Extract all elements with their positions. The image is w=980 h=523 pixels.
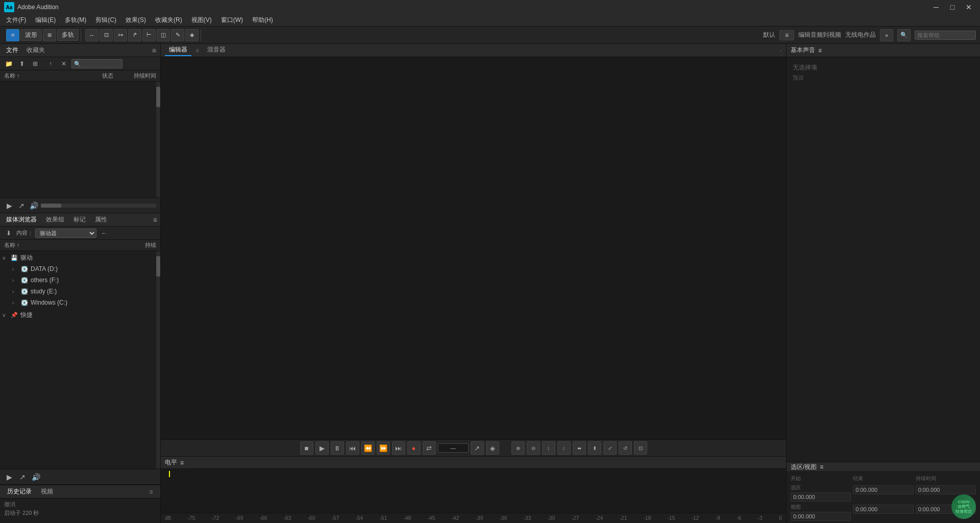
skip-to-end-button[interactable]: ⏭ (392, 441, 405, 455)
multitrack-label[interactable]: 多轨 (57, 29, 79, 41)
minimize-button[interactable]: ─ (929, 2, 943, 12)
scale-45: -45 (428, 515, 435, 521)
stop-button[interactable]: ■ (300, 441, 313, 455)
menu-item-F[interactable]: 文件(F) (2, 15, 30, 26)
essential-sound-menu-icon[interactable]: ≡ (818, 47, 822, 54)
workspace-menu-button[interactable]: ≡ (779, 30, 794, 40)
media-tree: ∨ 💾 驱动 › 💽 DATA (D:) › 💽 (0, 251, 160, 321)
menu-item-R[interactable]: 收藏夹(R) (151, 15, 186, 26)
tool-btn-2[interactable]: ⊡ (100, 29, 113, 41)
new-folder-btn[interactable]: 📁 (3, 59, 14, 69)
level-menu-icon[interactable]: ≡ (180, 459, 184, 466)
history-tab[interactable]: 历史记录 (4, 486, 35, 497)
zoom-in-v-btn[interactable]: ↕ (542, 441, 555, 455)
maximize-button[interactable]: □ (945, 2, 960, 12)
history-menu-btn[interactable]: ≡ (146, 487, 156, 496)
scale-75: -75 (188, 515, 195, 521)
rewind-to-start-button[interactable]: ⏮ (346, 441, 359, 455)
scale-42: -42 (452, 515, 459, 521)
waveform-label[interactable]: 波形 (20, 29, 42, 41)
editor-tab[interactable]: 编辑器 (165, 44, 191, 56)
menu-item-M[interactable]: 多轨(M) (61, 15, 90, 26)
selection-menu-icon[interactable]: ≡ (820, 463, 823, 470)
close-button[interactable]: ✕ (962, 2, 976, 12)
files-volume-btn[interactable]: 🔊 (29, 201, 39, 211)
drive-others-item[interactable]: › 💽 others (F:) (10, 275, 160, 286)
zoom-in-h-btn[interactable]: ⊕ (511, 441, 525, 455)
zoom-fit-v-btn[interactable]: ⬍ (588, 441, 601, 455)
col-duration-header: 持续时间 (120, 72, 156, 80)
menu-item-H[interactable]: 帮助(H) (248, 15, 277, 26)
media-panel-menu-icon[interactable]: ≡ (153, 216, 157, 224)
view-row-label-cell: 视图 0:00.000 (791, 504, 851, 521)
loop-button[interactable]: ⇄ (423, 441, 436, 455)
toolbar-tools-group: ↔ ⊡ ↦ ↱ ⊢ ◫ ✎ ◈ (83, 29, 201, 41)
waveform-button[interactable]: ≋ (6, 29, 19, 41)
markers-tab[interactable]: 标记 (70, 214, 89, 225)
tool-btn-6[interactable]: ◫ (157, 29, 170, 41)
multitrack-button[interactable]: ⊞ (43, 29, 56, 41)
tool-btn-8[interactable]: ◈ (185, 29, 199, 41)
scale-21: -21 (620, 515, 627, 521)
drive-windows-item[interactable]: › 💽 Windows (C:) (10, 297, 160, 308)
zoom-all-btn[interactable]: ⤢ (603, 441, 617, 455)
move-up-btn[interactable]: ↑ (45, 59, 56, 69)
drive-data-item[interactable]: › 💽 DATA (D:) (10, 263, 160, 275)
search-input[interactable] (915, 31, 976, 40)
media-browser-tab[interactable]: 媒体浏览器 (3, 214, 40, 225)
content-select[interactable]: 驱动器 (35, 229, 96, 238)
export-transport-btn[interactable]: ↗ (471, 441, 484, 455)
drive-study-item[interactable]: › 💽 study (E:) (10, 286, 160, 297)
delete-btn[interactable]: ✕ (58, 59, 69, 69)
zoom-selection-btn[interactable]: ⊡ (634, 441, 647, 455)
media-vscrollbar[interactable] (156, 251, 160, 469)
media-home-btn[interactable]: ⬇ (3, 228, 14, 238)
menu-item-C[interactable]: 剪辑(C) (91, 15, 120, 26)
mixer-tab[interactable]: 混音器 (203, 44, 230, 56)
search-icon-button[interactable]: 🔍 (897, 29, 911, 41)
tool-btn-5[interactable]: ⊢ (142, 29, 156, 41)
menu-item-V[interactable]: 视图(V) (187, 15, 216, 26)
editor-tab-menu-icon[interactable]: ≡ (195, 47, 199, 54)
zoom-out-v-btn[interactable]: ↕ (557, 441, 571, 455)
more-options-button[interactable]: » (880, 29, 893, 41)
view-end-value: 0:00.000 (853, 505, 913, 514)
tool-btn-4[interactable]: ↱ (128, 29, 141, 41)
media-export-btn[interactable]: ↗ (17, 472, 28, 482)
fast-backward-button[interactable]: ⏪ (361, 441, 375, 455)
import-btn[interactable]: ⬆ (16, 59, 28, 69)
files-export-btn[interactable]: ↗ (16, 201, 27, 211)
media-play-btn[interactable]: ▶ (4, 472, 14, 482)
zoom-out-h-btn[interactable]: ⊖ (527, 441, 540, 455)
files-hscrollbar[interactable] (41, 204, 156, 208)
files-vscrollbar[interactable] (156, 82, 160, 197)
properties-tab[interactable]: 属性 (92, 214, 110, 225)
play-button[interactable]: ▶ (315, 441, 329, 455)
video-tab[interactable]: 视频 (38, 486, 56, 497)
record-button[interactable]: ● (407, 441, 421, 455)
menu-item-S[interactable]: 效果(S) (121, 15, 150, 26)
zoom-fit-h-btn[interactable]: ⬌ (573, 441, 586, 455)
favorites-tab[interactable]: 收藏夹 (24, 45, 47, 56)
menu-item-E[interactable]: 编辑(E) (31, 15, 60, 26)
files-play-btn[interactable]: ▶ (4, 201, 14, 211)
media-refresh-btn[interactable]: ← (99, 228, 110, 238)
essential-sound-content: 无选择项 预设 (787, 57, 980, 462)
files-search-input[interactable] (71, 59, 122, 68)
tool-btn-3[interactable]: ↦ (114, 29, 127, 41)
view-start-value: 0:00.000 (791, 512, 851, 521)
zoom-loop-btn[interactable]: ↺ (619, 441, 632, 455)
tool-btn-7[interactable]: ✎ (171, 29, 184, 41)
menu-item-W[interactable]: 窗口(W) (217, 15, 247, 26)
export-btn[interactable]: ⊞ (30, 59, 41, 69)
files-tab[interactable]: 文件 (4, 45, 20, 56)
fast-forward-button[interactable]: ⏩ (377, 441, 390, 455)
effects-tab[interactable]: 效果组 (43, 214, 67, 225)
media-volume-btn[interactable]: 🔊 (31, 472, 41, 482)
files-panel-menu-icon[interactable]: ≡ (152, 46, 156, 55)
pause-button[interactable]: ⏸ (331, 441, 344, 455)
drives-section-item[interactable]: ∨ 💾 驱动 (0, 252, 160, 263)
tool-btn-1[interactable]: ↔ (85, 29, 99, 41)
shortcuts-section-item[interactable]: ∨ 📌 快捷 (0, 309, 160, 320)
settings-transport-btn[interactable]: ◈ (486, 441, 499, 455)
